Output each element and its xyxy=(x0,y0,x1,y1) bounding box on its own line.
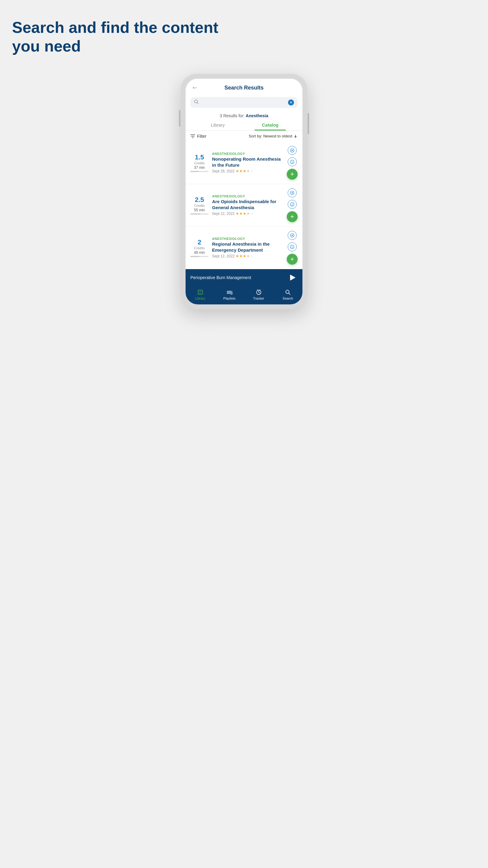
search-input[interactable]: Anesthesia xyxy=(201,100,286,105)
play-triangle-icon xyxy=(290,275,295,281)
svg-text:i: i xyxy=(292,161,293,164)
now-playing-bar[interactable]: Perioperative Burn Management xyxy=(186,269,302,286)
star-half-1: ★ xyxy=(247,169,250,173)
credit-bar-1 xyxy=(190,171,208,172)
course-item-2: 2.5 Credits 55 min ANESTHESIOLOGY Are Op… xyxy=(186,184,302,227)
course-actions-1: i + xyxy=(287,146,298,180)
screen-title: Search Results xyxy=(224,85,264,91)
screen-header: ← Search Results xyxy=(186,79,302,94)
course-name-2[interactable]: Are Opioids Indispensable for General An… xyxy=(212,198,283,210)
course-category-2: ANESTHESIOLOGY xyxy=(212,194,283,198)
library-icon xyxy=(197,289,204,296)
svg-text:i: i xyxy=(292,203,293,206)
course-info-2: ANESTHESIOLOGY Are Opioids Indispensable… xyxy=(212,194,283,216)
course-list: 1.5 Credits 37 min ANESTHESIOLOGY Nonope… xyxy=(186,142,302,269)
svg-line-1 xyxy=(197,102,198,104)
search-bar: Anesthesia ✕ xyxy=(190,97,298,108)
svg-marker-11 xyxy=(292,235,293,236)
svg-point-16 xyxy=(286,290,289,293)
nav-library-label: Library xyxy=(195,297,205,300)
course-item-1: 1.5 Credits 37 min ANESTHESIOLOGY Nonope… xyxy=(186,142,302,184)
results-count: 3 Results for: Anesthesia xyxy=(186,111,302,119)
credit-box-2: 2.5 Credits 55 min xyxy=(190,196,208,215)
course-category-3: ANESTHESIOLOGY xyxy=(212,237,283,241)
tab-library[interactable]: Library xyxy=(192,119,244,130)
credit-number-2: 2.5 xyxy=(190,196,208,204)
stars-3: ★★★ xyxy=(235,254,247,258)
tab-catalog[interactable]: Catalog xyxy=(244,119,296,130)
credit-min-3: 48 min xyxy=(190,250,208,255)
phone-screen: ← Search Results Anesthesia ✕ 3 Results … xyxy=(186,79,302,304)
course-actions-3: i + xyxy=(287,231,298,265)
info-icon-2[interactable]: i xyxy=(288,200,297,209)
now-playing-title: Perioperative Burn Management xyxy=(190,275,251,280)
search-icon xyxy=(194,99,199,105)
nav-library[interactable]: Library xyxy=(186,289,215,300)
play-icon-1[interactable] xyxy=(288,146,297,155)
nav-search[interactable]: Search xyxy=(273,289,302,300)
tabs-row: Library Catalog xyxy=(186,119,302,131)
star-half-3: ★ xyxy=(247,254,250,258)
credit-number-1: 1.5 xyxy=(190,153,208,161)
credit-label-1: Credits xyxy=(190,161,208,165)
sort-button[interactable]: Sort by: Newest to oldest xyxy=(249,134,298,138)
hero-section: Search and find the content you need xyxy=(12,18,223,56)
course-name-3[interactable]: Regional Anesthesia in the Emergency Dep… xyxy=(212,241,283,253)
filter-button[interactable]: Filter xyxy=(190,134,206,138)
credit-min-2: 55 min xyxy=(190,208,208,212)
svg-marker-7 xyxy=(292,192,293,193)
course-meta-3: Sept 12, 2022 ★★★★☆ xyxy=(212,254,283,258)
credit-min-1: 37 min xyxy=(190,165,208,170)
credit-bar-2 xyxy=(190,213,208,215)
course-info-1: ANESTHESIOLOGY Nonoperating Room Anesthe… xyxy=(212,152,283,173)
course-meta-2: Sept 22, 2022 ★★★★☆ xyxy=(212,211,283,216)
course-item-3: 2 Credits 48 min ANESTHESIOLOGY Regional… xyxy=(186,227,302,269)
play-icon-2[interactable] xyxy=(288,188,297,197)
info-icon-1[interactable]: i xyxy=(288,157,297,166)
add-button-1[interactable]: + xyxy=(287,169,298,180)
sort-icon xyxy=(293,134,298,138)
course-category-1: ANESTHESIOLOGY xyxy=(212,152,283,156)
nav-playlists-label: Playlists xyxy=(223,297,235,300)
filter-icon xyxy=(190,134,195,138)
stars-1: ★★★ xyxy=(235,169,247,173)
phone-shell: ← Search Results Anesthesia ✕ 3 Results … xyxy=(181,74,307,309)
search-nav-icon xyxy=(285,289,291,296)
star-half-2: ★ xyxy=(247,211,250,216)
info-icon-3[interactable]: i xyxy=(288,242,297,251)
nav-search-label: Search xyxy=(283,297,293,300)
credit-label-2: Credits xyxy=(190,204,208,207)
add-button-3[interactable]: + xyxy=(287,254,298,265)
now-playing-play-button[interactable] xyxy=(288,273,298,282)
nav-tracker-label: Tracker xyxy=(253,297,264,300)
credit-box-1: 1.5 Credits 37 min xyxy=(190,153,208,172)
credit-number-3: 2 xyxy=(190,239,208,246)
svg-marker-3 xyxy=(292,150,293,151)
back-button[interactable]: ← xyxy=(192,84,198,92)
bottom-nav: Library Playlists Tracker xyxy=(186,286,302,304)
course-info-3: ANESTHESIOLOGY Regional Anesthesia in th… xyxy=(212,237,283,258)
play-icon-3[interactable] xyxy=(288,231,297,240)
credit-label-3: Credits xyxy=(190,246,208,250)
tracker-icon xyxy=(255,289,262,296)
hero-title: Search and find the content you need xyxy=(12,18,223,56)
stars-2: ★★★ xyxy=(235,211,247,216)
playlists-icon xyxy=(226,289,233,296)
svg-point-14 xyxy=(230,293,232,294)
credit-box-3: 2 Credits 48 min xyxy=(190,239,208,257)
filter-row: Filter Sort by: Newest to oldest xyxy=(186,131,302,142)
add-button-2[interactable]: + xyxy=(287,211,298,222)
svg-text:i: i xyxy=(292,246,293,249)
search-bar-wrapper: Anesthesia ✕ xyxy=(186,94,302,111)
nav-playlists[interactable]: Playlists xyxy=(215,289,244,300)
search-clear-button[interactable]: ✕ xyxy=(288,99,294,105)
course-meta-1: Sept 28, 2022 ★★★★☆ xyxy=(212,169,283,173)
nav-tracker[interactable]: Tracker xyxy=(244,289,273,300)
credit-bar-3 xyxy=(190,256,208,257)
course-name-1[interactable]: Nonoperating Room Anesthesia in the Futu… xyxy=(212,156,283,168)
course-actions-2: i + xyxy=(287,188,298,222)
